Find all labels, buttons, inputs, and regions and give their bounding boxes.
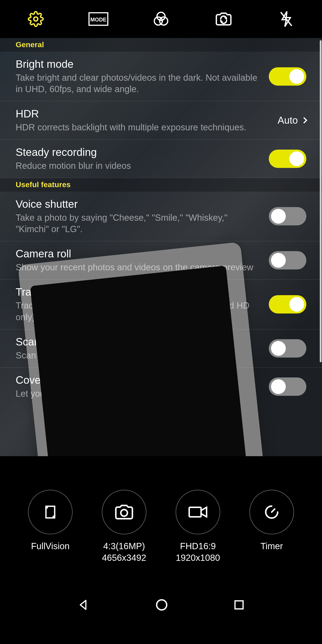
toggle-tracking-focus[interactable]: [269, 295, 306, 314]
scrollbar[interactable]: [320, 40, 322, 362]
svg-rect-10: [189, 507, 201, 517]
mode-row: FullVision 4:3(16MP) 4656x3492 FHD16:9 1…: [0, 481, 322, 590]
toggle-voice-shutter[interactable]: [269, 207, 306, 226]
setting-desc: Track and maintain focus on a moving obj…: [16, 300, 262, 323]
setting-title: Covered lens: [16, 374, 262, 386]
mode-button[interactable]: MODE: [88, 9, 108, 29]
navigation-bar: [0, 590, 322, 620]
mode-label: Timer: [260, 540, 283, 552]
mode-label: FHD16:9 1920x1080: [176, 540, 220, 564]
svg-point-11: [156, 600, 166, 610]
setting-title: HDR: [16, 108, 271, 120]
video-icon: [188, 505, 208, 519]
section-header-useful: Useful features: [0, 178, 322, 192]
svg-point-3: [157, 12, 165, 20]
setting-desc: Let you know when the rear wide-angle le…: [16, 388, 262, 399]
back-icon: [77, 598, 90, 612]
settings-button[interactable]: [26, 9, 46, 29]
setting-camera-roll[interactable]: Camera roll Show your recent photos and …: [0, 241, 322, 280]
setting-bright-mode[interactable]: Bright mode Take bright and clear photos…: [0, 52, 322, 101]
mode-fullvision[interactable]: FullVision: [17, 490, 84, 564]
setting-tracking-focus[interactable]: Tracking focus Track and maintain focus …: [0, 280, 322, 329]
setting-scan-qr[interactable]: Scan QR code Scan QR code on the camera …: [0, 330, 322, 368]
svg-point-9: [121, 510, 128, 516]
recent-icon: [233, 599, 245, 611]
setting-desc: Take bright and clear photos/videos in t…: [16, 72, 262, 95]
setting-title: Steady recording: [16, 146, 262, 158]
toggle-camera-roll[interactable]: [269, 251, 306, 270]
nav-recent-button[interactable]: [233, 599, 245, 611]
setting-desc: Take a photo by saying "Cheese," "Smile,…: [16, 212, 262, 235]
flash-button[interactable]: [276, 9, 296, 29]
switch-camera-icon: [215, 12, 232, 26]
bottom-area: FullVision 4:3(16MP) 4656x3492 FHD16:9 1…: [0, 456, 322, 644]
setting-desc: Scan QR code on the camera preview scree…: [16, 350, 262, 361]
setting-voice-shutter[interactable]: Voice shutter Take a photo by saying "Ch…: [0, 192, 322, 241]
camera-viewport: General Bright mode Take bright and clea…: [0, 38, 322, 456]
setting-desc: Reduce motion blur in videos: [16, 160, 262, 172]
switch-camera-button[interactable]: [214, 9, 234, 29]
chevron-right-icon: [301, 117, 307, 124]
toggle-steady[interactable]: [269, 150, 306, 168]
nav-back-button[interactable]: [77, 598, 90, 612]
setting-steady-recording[interactable]: Steady recording Reduce motion blur in v…: [0, 140, 322, 178]
home-icon: [155, 598, 168, 612]
setting-hdr[interactable]: HDR HDR corrects backlight with multiple…: [0, 101, 322, 140]
mode-video-ratio[interactable]: FHD16:9 1920x1080: [164, 490, 232, 564]
nav-home-button[interactable]: [155, 598, 168, 612]
toggle-covered-lens[interactable]: [269, 378, 306, 396]
mode-timer[interactable]: Timer: [238, 490, 305, 564]
camera-icon: [114, 504, 134, 520]
hdr-value: Auto: [278, 115, 298, 126]
setting-covered-lens[interactable]: Covered lens Let you know when the rear …: [0, 368, 322, 402]
setting-title: Camera roll: [16, 248, 262, 260]
setting-title: Voice shutter: [16, 198, 262, 210]
setting-title: Bright mode: [16, 58, 262, 70]
filter-button[interactable]: [151, 9, 171, 29]
settings-panel[interactable]: General Bright mode Take bright and clea…: [0, 38, 322, 456]
mode-photo-ratio[interactable]: 4:3(16MP) 4656x3492: [90, 490, 158, 564]
toggle-bright-mode[interactable]: [269, 67, 306, 86]
timer-icon: [263, 503, 281, 521]
setting-desc: Show your recent photos and videos on th…: [16, 262, 262, 273]
svg-point-5: [160, 17, 168, 25]
section-header-general: General: [0, 38, 322, 52]
fullvision-icon: [42, 503, 59, 521]
mode-label: FullVision: [31, 540, 70, 552]
setting-desc: HDR corrects backlight with multiple exp…: [16, 122, 271, 133]
camera-topbar: MODE: [0, 0, 322, 38]
svg-rect-12: [235, 601, 243, 609]
mode-label: 4:3(16MP) 4656x3492: [102, 540, 146, 564]
svg-text:MODE: MODE: [90, 16, 106, 22]
flash-off-icon: [279, 11, 294, 27]
filter-icon: [153, 11, 169, 27]
svg-point-0: [34, 17, 38, 21]
toggle-scan-qr[interactable]: [269, 339, 306, 358]
mode-icon: MODE: [88, 12, 108, 26]
setting-title: Tracking focus: [16, 286, 262, 298]
gear-icon: [28, 11, 44, 27]
setting-title: Scan QR code: [16, 336, 262, 348]
